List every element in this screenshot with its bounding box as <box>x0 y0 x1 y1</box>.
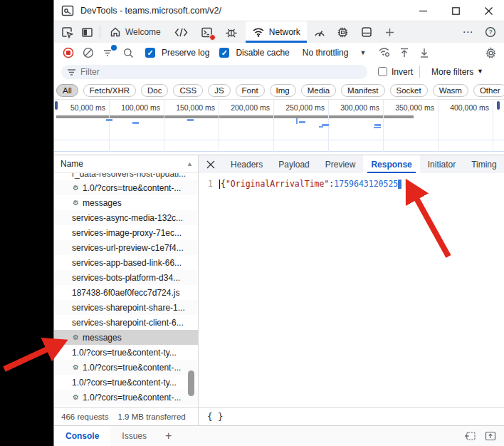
disable-cache-checkbox[interactable]: ✓ <box>219 48 229 58</box>
performance-gauge-icon <box>313 27 326 38</box>
detail-tab-payload[interactable]: Payload <box>271 155 317 173</box>
request-row[interactable]: services-url-preview-c1e7f4... <box>54 240 198 255</box>
tab-network[interactable]: Network <box>246 21 307 43</box>
timeline-tick-label: 250,000 ms <box>285 103 328 112</box>
close-button[interactable] <box>472 0 504 21</box>
timeline-left-handle[interactable] <box>55 101 58 110</box>
gear-icon: ⚙ <box>72 393 80 401</box>
type-chip-fetch-xhr[interactable]: Fetch/XHR <box>83 84 136 97</box>
timeline-gridline <box>493 100 493 152</box>
drawer-tab-issues[interactable]: Issues <box>110 426 158 446</box>
request-row[interactable]: ⚙1.0/?cors=true&content-... <box>54 360 198 375</box>
filter-active-badge <box>111 45 117 51</box>
type-chip-socket[interactable]: Socket <box>390 84 428 97</box>
name-column-header[interactable]: Name ▲ <box>54 155 198 173</box>
invert-label: Invert <box>392 67 413 77</box>
type-chip-manifest[interactable]: Manifest <box>341 84 384 97</box>
request-row[interactable]: r_data-resolvers-host-updati... <box>54 173 198 180</box>
network-overview-timeline[interactable]: 50,000 ms100,000 ms150,000 ms200,000 ms2… <box>54 100 504 155</box>
request-row[interactable]: 1.0/?cors=true&content-ty... <box>54 375 198 390</box>
request-row[interactable]: services-sharepoint-share-1... <box>54 300 198 315</box>
inspect-element-icon[interactable] <box>57 22 77 42</box>
tab-application[interactable] <box>357 22 377 42</box>
detail-tab-response[interactable]: Response <box>363 155 419 173</box>
dock-side-icon[interactable] <box>464 431 476 441</box>
timeline-overview-bar <box>56 115 414 118</box>
tab-performance[interactable] <box>310 22 330 42</box>
filter-input-container[interactable] <box>61 65 367 79</box>
throttling-dropdown-icon[interactable]: ▼ <box>359 49 366 56</box>
request-row[interactable]: ⚙messages <box>54 195 198 210</box>
network-conditions-button[interactable] <box>376 45 393 61</box>
help-icon: ? <box>485 26 496 38</box>
request-row[interactable]: services-image-proxy-71ec... <box>54 225 198 240</box>
add-drawer-tab-button[interactable]: + <box>158 426 179 446</box>
type-chip-other[interactable]: Other <box>473 84 504 97</box>
type-chip-img[interactable]: Img <box>270 84 296 97</box>
detail-tab-preview[interactable]: Preview <box>317 155 364 173</box>
response-footer-bar: { } <box>199 407 504 425</box>
more-filters-button[interactable]: More filters <box>431 67 473 77</box>
detail-tab-initiator[interactable]: Initiator <box>420 155 463 173</box>
tab-memory[interactable] <box>333 22 353 42</box>
tab-console[interactable] <box>197 22 217 42</box>
clear-network-log-button[interactable] <box>80 45 97 61</box>
invert-checkbox[interactable] <box>378 67 387 76</box>
network-settings-button[interactable] <box>482 45 499 61</box>
tab-network-label: Network <box>269 27 300 37</box>
format-response-button[interactable]: { } <box>207 411 224 422</box>
detail-tab-headers[interactable]: Headers <box>223 155 271 173</box>
request-detail-panel: HeadersPayloadPreviewResponseInitiatorTi… <box>199 155 504 425</box>
request-name: r_data-resolvers-host-updati... <box>72 173 186 179</box>
request-name: 1.0/?cors=true&content-ty... <box>72 378 177 388</box>
type-chip-wasm[interactable]: Wasm <box>433 84 468 97</box>
type-chip-doc[interactable]: Doc <box>141 84 168 97</box>
type-chip-all[interactable]: All <box>56 84 78 97</box>
minimize-button[interactable] <box>406 0 439 21</box>
type-chip-font[interactable]: Font <box>236 84 265 97</box>
import-har-button[interactable] <box>396 45 413 61</box>
export-har-button[interactable] <box>416 45 433 61</box>
request-row[interactable]: 187438-6f0aef0fecc7d724.js <box>54 285 198 300</box>
tab-welcome[interactable]: Welcome <box>103 21 167 43</box>
scroll-up-icon[interactable]: ▲ <box>187 160 193 167</box>
type-chip-css[interactable]: CSS <box>173 84 203 97</box>
response-viewer[interactable]: 1 {"OriginalArrivalTime":1759643120525 <box>199 173 504 407</box>
close-detail-button[interactable] <box>199 155 223 173</box>
help-button[interactable]: ? <box>481 22 500 42</box>
gear-icon: ⚙ <box>72 333 80 341</box>
tab-elements[interactable] <box>172 22 191 42</box>
request-row[interactable]: ⚙messages <box>54 330 198 345</box>
request-name: services-sharepoint-share-1... <box>72 303 185 313</box>
filter-input[interactable] <box>80 67 344 77</box>
more-tabs-button[interactable] <box>380 22 400 42</box>
drawer-tab-console[interactable]: Console <box>54 426 110 446</box>
search-button[interactable] <box>120 45 137 61</box>
title-bar: DevTools - teams.microsoft.com/v2/ <box>54 0 504 21</box>
request-row[interactable]: ⚙1.0/?cors=true&content-... <box>54 180 198 195</box>
record-network-log-button[interactable] <box>60 45 77 61</box>
filter-toggle-button[interactable] <box>100 45 117 61</box>
request-row[interactable]: ⚙1.0/?cors=true&content-... <box>54 390 198 405</box>
type-chip-js[interactable]: JS <box>208 84 230 97</box>
request-row[interactable]: services-app-based-link-66... <box>54 255 198 270</box>
more-filters-dropdown-icon[interactable]: ▼ <box>477 68 483 75</box>
preserve-log-label: Preserve log <box>162 48 209 58</box>
detail-tab-timing[interactable]: Timing <box>463 155 504 173</box>
timeline-activity-mark <box>374 124 381 126</box>
request-row[interactable]: 1.0/?cors=true&content-ty... <box>54 345 198 360</box>
requests-count: 466 requests <box>61 413 109 421</box>
expand-panel-icon[interactable] <box>485 431 496 441</box>
type-chip-media[interactable]: Media <box>301 84 336 97</box>
maximize-button[interactable] <box>439 0 472 21</box>
request-row[interactable]: services-sharepoint-client-6... <box>54 315 198 330</box>
timeline-right-handle[interactable] <box>497 101 500 110</box>
more-options-button[interactable]: ⋯ <box>458 22 478 42</box>
tab-sources[interactable] <box>221 22 241 42</box>
device-toolbar-icon[interactable] <box>77 22 97 42</box>
preserve-log-checkbox[interactable]: ✓ <box>145 48 155 58</box>
request-row[interactable]: services-async-media-132c... <box>54 210 198 225</box>
list-scrollbar-thumb[interactable] <box>188 370 194 396</box>
request-row[interactable]: services-bots-platform-d34... <box>54 270 198 285</box>
throttling-select[interactable]: No throttling <box>303 48 349 58</box>
